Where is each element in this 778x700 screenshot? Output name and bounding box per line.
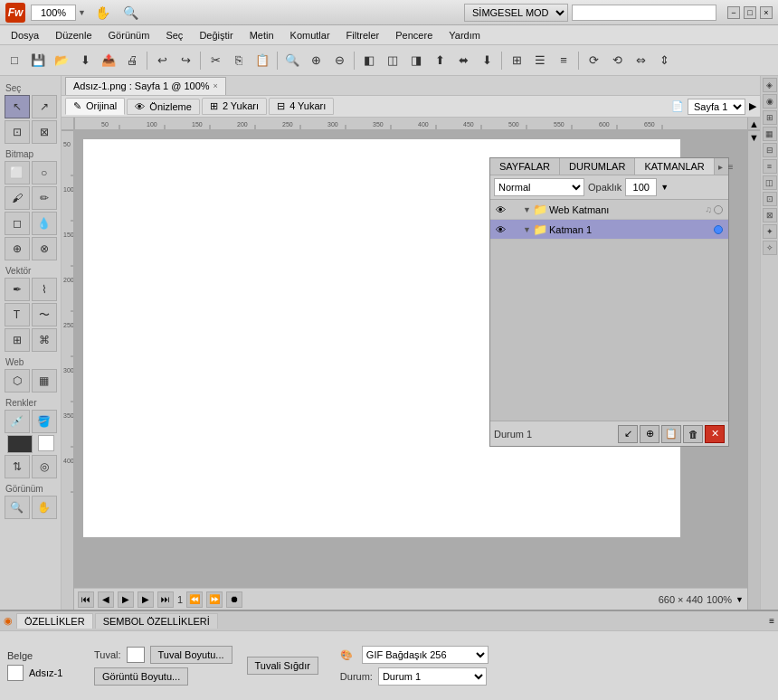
align-vcenter-button[interactable]: ⬌ <box>452 50 474 71</box>
layer-eye-icon-web[interactable]: 👁 <box>494 204 507 215</box>
vector-path-tool[interactable]: ⌇ <box>32 278 57 301</box>
layer-expand-k1-icon[interactable]: ▼ <box>523 225 531 234</box>
slice-tool[interactable]: ▦ <box>32 369 57 393</box>
bend-tool[interactable]: ⌘ <box>32 328 57 352</box>
right-btn-5[interactable]: ⊟ <box>763 143 777 157</box>
open-button[interactable]: 📂 <box>51 50 72 71</box>
pen-tool[interactable]: ✒ <box>5 278 30 301</box>
canvas-size-button[interactable]: Tuval Boyutu... <box>150 646 232 664</box>
stroke-color[interactable] <box>7 435 33 453</box>
footer-new-state-btn[interactable]: ↙ <box>618 425 638 443</box>
layer-item-web[interactable]: 👁 ▼ 📁 Web Katmanı ♫ <box>490 200 728 220</box>
tab-orijinal[interactable]: ✎ Orijinal <box>65 98 125 115</box>
reshape-tool[interactable]: ⊞ <box>5 328 30 352</box>
zoom-out-button[interactable]: ⊕ <box>305 50 327 71</box>
opacity-arrow-icon[interactable]: ▼ <box>660 183 669 192</box>
minimize-button[interactable]: − <box>727 6 740 19</box>
align-center-button[interactable]: ◫ <box>382 50 403 71</box>
import-button[interactable]: ⬇ <box>74 50 96 71</box>
zoom-input[interactable] <box>31 5 76 21</box>
prev-frame-btn[interactable]: ◀ <box>98 591 114 608</box>
undo-button[interactable]: ↩ <box>151 50 173 71</box>
page-select[interactable]: Sayfa 1 <box>688 99 745 115</box>
close-button[interactable]: × <box>760 6 773 19</box>
view-options-icon[interactable]: ▶ <box>749 100 756 112</box>
rubberstamp-tool[interactable]: ⊕ <box>5 237 30 260</box>
blur-tool[interactable]: 💧 <box>32 212 57 235</box>
export-button[interactable]: 📤 <box>98 50 119 71</box>
eyedropper-tool[interactable]: 💉 <box>5 410 30 433</box>
mode-select[interactable]: SİMGESEL MOD <box>464 4 568 22</box>
new-button[interactable]: □ <box>4 50 25 71</box>
right-btn-9[interactable]: ⊠ <box>763 208 777 222</box>
align-left-button[interactable]: ◧ <box>358 50 380 71</box>
props-panel-menu-icon[interactable]: ≡ <box>769 616 774 626</box>
default-colors-btn[interactable]: ◎ <box>32 455 57 478</box>
ungroup-button[interactable]: ≡ <box>553 50 574 71</box>
menu-komutlar[interactable]: Komutlar <box>283 28 337 43</box>
scroll-down-btn[interactable]: ▼ <box>748 130 760 143</box>
canvas-color-swatch[interactable] <box>127 647 145 663</box>
forward-btn[interactable]: ⏩ <box>206 591 223 608</box>
redo-button[interactable]: ↪ <box>175 50 196 71</box>
first-frame-btn[interactable]: ⏮ <box>78 591 94 608</box>
doc-tab[interactable]: Adsız-1.png : Sayfa 1 @ 100% × <box>65 77 226 95</box>
menu-gorunum[interactable]: Görünüm <box>101 28 157 43</box>
footer-delete-btn[interactable]: ✕ <box>705 425 725 443</box>
layer-item-katman1[interactable]: 👁 ▼ 📁 Katman 1 <box>490 220 728 240</box>
scale-tool[interactable]: ⊡ <box>5 120 30 144</box>
pencil-tool[interactable]: ✏ <box>32 186 57 210</box>
distribute-button[interactable]: ⊞ <box>506 50 527 71</box>
canvas-bg[interactable]: SAYFALAR DURUMLAR KATMANLAR ▸ ≡ Normal <box>74 130 747 588</box>
menu-metin[interactable]: Metin <box>242 28 281 43</box>
footer-move-state-btn[interactable]: 🗑 <box>683 425 703 443</box>
tab-sembol-ozellikleri[interactable]: SEMBOL ÖZELLİKLERİ <box>95 613 218 629</box>
rotate-ccw-button[interactable]: ⟲ <box>606 50 628 71</box>
group-button[interactable]: ☰ <box>529 50 551 71</box>
right-btn-6[interactable]: ≡ <box>763 159 777 174</box>
freeform-tool[interactable]: 〜 <box>32 303 57 326</box>
rewind-btn[interactable]: ⏪ <box>186 591 203 608</box>
right-btn-2[interactable]: ◉ <box>763 94 777 109</box>
zoom-arrow-icon[interactable]: ▼ <box>78 8 86 17</box>
flip-v-button[interactable]: ⇕ <box>653 50 675 71</box>
swap-colors-btn[interactable]: ⇅ <box>5 455 30 478</box>
layer-expand-web-icon[interactable]: ▼ <box>523 205 531 214</box>
search-icon[interactable]: 🔍 <box>123 5 138 20</box>
footer-duplicate-state-btn[interactable]: ⊕ <box>640 425 659 443</box>
opacity-input[interactable] <box>625 178 657 196</box>
replace-tool[interactable]: ⊗ <box>32 237 57 260</box>
scroll-up-btn[interactable]: ▲ <box>748 118 760 130</box>
state-select[interactable]: Durum 1 <box>378 667 487 686</box>
scrollbar-vertical[interactable]: ▲ ▼ <box>747 118 760 610</box>
fill-color[interactable] <box>38 435 54 451</box>
tab-sayfalar[interactable]: SAYFALAR <box>490 158 560 175</box>
copy-button[interactable]: ⎘ <box>228 50 250 71</box>
tab-4yukari[interactable]: ⊟ 4 Yukarı <box>269 98 334 115</box>
right-btn-8[interactable]: ⊡ <box>763 192 777 206</box>
last-frame-btn[interactable]: ⏭ <box>157 591 174 608</box>
right-btn-11[interactable]: ✧ <box>763 241 777 255</box>
menu-degistir[interactable]: Değiştir <box>192 28 240 43</box>
layers-panel-expand-icon[interactable]: ▸ <box>716 162 725 172</box>
hand-tool-icon[interactable]: ✋ <box>95 5 110 20</box>
right-btn-1[interactable]: ◈ <box>763 78 777 92</box>
align-bottom-button[interactable]: ⬇ <box>476 50 498 71</box>
align-right-button[interactable]: ◨ <box>405 50 427 71</box>
play-btn[interactable]: ▶ <box>118 591 134 608</box>
global-search-input[interactable] <box>572 5 716 21</box>
tab-onizleme[interactable]: 👁 Önizleme <box>127 99 200 115</box>
text-tool[interactable]: T <box>5 303 30 326</box>
next-frame-btn[interactable]: ▶ <box>138 591 154 608</box>
pointer-tool[interactable]: ↖ <box>5 95 30 118</box>
eraser-tool[interactable]: ◻ <box>5 212 30 235</box>
paintbucket-tool[interactable]: 🪣 <box>32 410 57 433</box>
paste-button[interactable]: 📋 <box>251 50 273 71</box>
menu-pencere[interactable]: Pencere <box>388 28 440 43</box>
record-btn[interactable]: ⏺ <box>226 591 242 608</box>
right-btn-4[interactable]: ▦ <box>763 127 777 141</box>
paint-tool[interactable]: 🖌 <box>5 186 30 210</box>
image-size-button[interactable]: Görüntü Boyutu... <box>94 667 188 686</box>
hotspot-tool[interactable]: ⬡ <box>5 369 30 393</box>
format-select[interactable]: GIF Bağdaşık 256 <box>362 646 489 664</box>
